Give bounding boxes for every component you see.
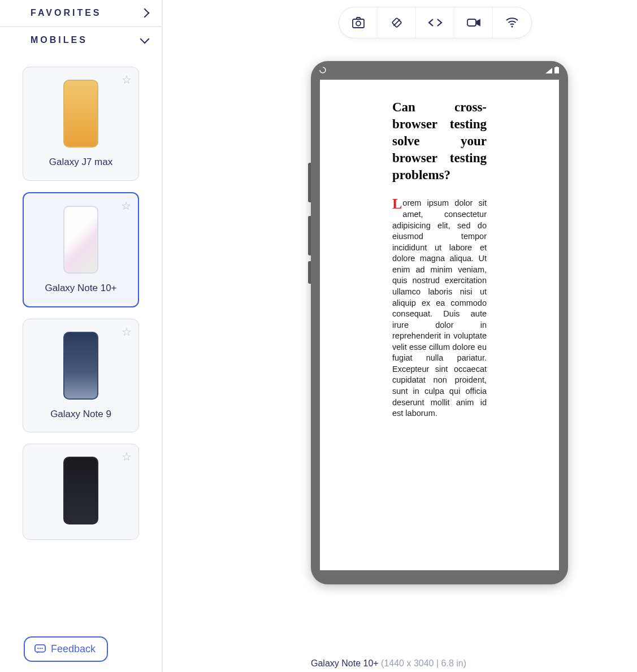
device-status-bar (315, 65, 564, 75)
loading-spinner-icon (319, 67, 326, 75)
favorite-star-icon[interactable]: ☆ (122, 73, 132, 86)
device-side-button (308, 216, 311, 255)
device-sidebar: FAVORITES MOBILES ☆ Galaxy J7 max ☆ Gala… (0, 0, 163, 672)
device-name: Galaxy Note 10+ (29, 281, 132, 295)
feedback-label: Feedback (51, 643, 96, 655)
favorite-star-icon[interactable]: ☆ (122, 325, 132, 339)
feedback-icon (34, 644, 46, 655)
device-info-label: Galaxy Note 10+ (1440 x 3040 | 6.8 in) (311, 658, 466, 669)
devtools-button[interactable] (416, 7, 454, 38)
svg-rect-4 (353, 19, 364, 28)
device-card-partial[interactable]: ☆ (23, 444, 139, 540)
dropcap: L (392, 198, 402, 210)
main-area: Can cross-browser testing solve your bro… (163, 0, 637, 672)
svg-rect-12 (554, 67, 559, 73)
article-body-text: orem ipsum dolor sit amet, consectetur a… (392, 198, 487, 418)
device-card-galaxy-note-9[interactable]: ☆ Galaxy Note 9 (23, 319, 139, 433)
mobiles-label: MOBILES (31, 35, 88, 45)
video-icon (466, 18, 481, 28)
svg-rect-13 (556, 67, 558, 68)
favorites-section-header[interactable]: FAVORITES (0, 0, 162, 27)
camera-icon (352, 16, 365, 29)
device-side-button (308, 163, 311, 202)
record-button[interactable] (454, 7, 493, 38)
device-screen[interactable]: Can cross-browser testing solve your bro… (320, 80, 559, 570)
device-name: Galaxy J7 max (29, 155, 133, 169)
device-side-button (308, 261, 311, 284)
svg-point-10 (512, 26, 513, 28)
device-thumbnail (63, 80, 98, 148)
device-name: Galaxy Note 9 (29, 407, 133, 421)
favorite-star-icon[interactable]: ☆ (122, 450, 132, 463)
device-card-galaxy-note-10-plus[interactable]: ☆ Galaxy Note 10+ (23, 192, 139, 307)
device-info-dims: (1440 x 3040 | 6.8 in) (381, 658, 466, 668)
chevron-right-icon (140, 8, 150, 18)
rotate-button[interactable] (378, 7, 416, 38)
page-content: Can cross-browser testing solve your bro… (320, 80, 559, 419)
device-info-name: Galaxy Note 10+ (311, 658, 379, 668)
device-toolbar (339, 7, 532, 38)
device-list: ☆ Galaxy J7 max ☆ Galaxy Note 10+ ☆ Gala… (0, 53, 162, 551)
chevron-down-icon (140, 34, 150, 44)
device-card-galaxy-j7-max[interactable]: ☆ Galaxy J7 max (23, 67, 139, 181)
preview-footer: Galaxy Note 10+ (1440 x 3040 | 6.8 in) Z… (311, 647, 637, 669)
device-thumbnail (63, 206, 98, 274)
device-preview-frame: Can cross-browser testing solve your bro… (311, 61, 568, 584)
device-body: Can cross-browser testing solve your bro… (315, 65, 564, 580)
wifi-icon (505, 17, 519, 28)
mobiles-section-header[interactable]: MOBILES (0, 27, 162, 53)
svg-point-3 (41, 648, 42, 649)
device-thumbnail (63, 332, 98, 400)
svg-point-5 (356, 21, 361, 26)
favorite-star-icon[interactable]: ☆ (121, 199, 131, 213)
screenshot-button[interactable] (339, 7, 378, 38)
device-thumbnail (63, 457, 98, 524)
favorites-label: FAVORITES (31, 8, 102, 18)
svg-point-1 (37, 648, 38, 649)
battery-icon (554, 67, 560, 75)
network-button[interactable] (493, 7, 531, 38)
article-title: Can cross-browser testing solve your bro… (392, 99, 487, 183)
svg-marker-9 (476, 20, 480, 25)
code-icon (427, 17, 444, 28)
article-body: Lorem ipsum dolor sit amet, consectetur … (392, 198, 487, 419)
feedback-button[interactable]: Feedback (24, 636, 108, 662)
svg-rect-8 (467, 19, 476, 26)
svg-point-2 (40, 648, 41, 649)
svg-marker-11 (545, 68, 552, 73)
rotate-icon (390, 16, 404, 29)
signal-icon (545, 67, 552, 75)
